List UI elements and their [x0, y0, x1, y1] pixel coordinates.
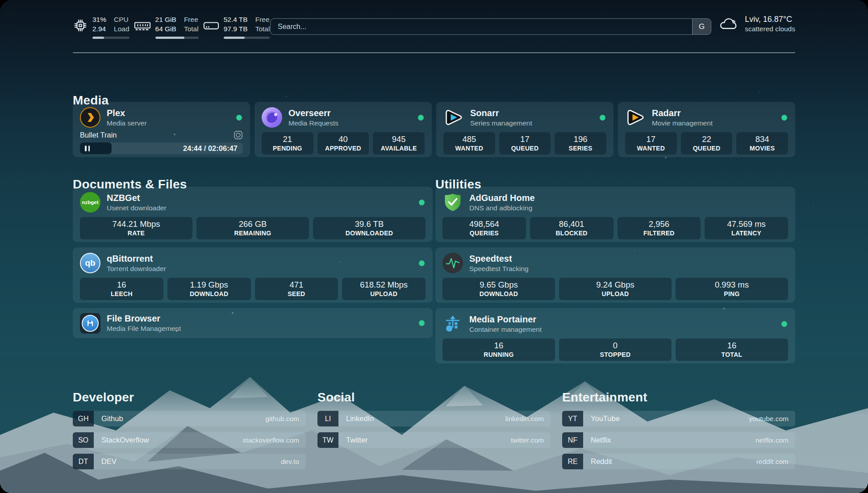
service-card-sonarr[interactable]: Sonarr Series management 485WANTED 17QUE…: [436, 102, 613, 157]
playback-progress[interactable]: 24:44 / 02:06:47: [80, 142, 243, 154]
stat-value: 16: [677, 341, 786, 351]
bookmark-row-netflix[interactable]: NF Netflix netflix.com: [562, 432, 795, 448]
bookmark-abbr: LI: [317, 411, 338, 426]
bookmark-name: LinkedIn: [338, 411, 505, 426]
bookmark-abbr: SO: [73, 432, 94, 448]
stat-value: 39.6 TB: [315, 219, 424, 229]
search-bar: G: [270, 18, 711, 35]
bookmark-row-github[interactable]: GH Github github.com: [73, 411, 306, 426]
bookmark-group-developer: Developer GH Github github.com SO StackO…: [73, 390, 306, 475]
disk-progress: [224, 37, 270, 39]
service-card-adguard[interactable]: AdGuard Home DNS and adblocking 498,564Q…: [435, 187, 795, 242]
documents-column: nzbget NZBGet Usenet downloader 744.21 M…: [73, 187, 433, 343]
service-subtitle: Movie management: [652, 119, 775, 127]
bookmark-domain: linkedin.com: [505, 411, 551, 426]
bookmark-row-youtube[interactable]: YT YouTube youtube.com: [562, 411, 795, 426]
stat-block: 485WANTED: [443, 132, 495, 155]
status-dot: [600, 115, 605, 121]
stat-block: 16LEECH: [80, 278, 163, 300]
bookmark-row-dev[interactable]: DT DEV dev.to: [73, 454, 306, 469]
service-title: AdGuard Home: [469, 193, 788, 203]
adguard-icon: [442, 192, 463, 213]
stat-label: PENDING: [263, 145, 312, 152]
stat-value: 485: [445, 134, 493, 144]
stat-block: 86,401BLOCKED: [530, 217, 613, 239]
service-card-filebrowser[interactable]: File Browser Media File Management: [73, 308, 433, 338]
stat-block: 39.6 TBDOWNLOADED: [313, 217, 426, 239]
stat-value: 0.993 ms: [677, 280, 786, 290]
bookmark-row-stackoverflow[interactable]: SO StackOverflow stackoverflow.com: [73, 432, 306, 448]
stat-value: 47.569 ms: [706, 219, 786, 229]
bookmark-name: Netflix: [583, 432, 755, 448]
service-card-speedtest[interactable]: Speedtest Speedtest Tracking 9.65 GbpsDO…: [435, 247, 795, 303]
stat-block: 471SEED: [255, 278, 338, 300]
bookmark-abbr: YT: [562, 411, 583, 426]
plex-now-playing: Bullet Train 24:44 / 02:06:47: [80, 130, 243, 154]
search-engine-button[interactable]: G: [692, 19, 711, 34]
stat-block: 498,564QUERIES: [442, 217, 526, 239]
bookmark-domain: twitter.com: [511, 432, 551, 448]
service-card-portainer[interactable]: Media Portainer Container management 16R…: [435, 308, 795, 363]
service-card-qbittorrent[interactable]: qb qBittorrent Torrent downloader 16LEEC…: [73, 247, 433, 303]
stat-block: 1.19 GbpsDOWNLOAD: [167, 278, 251, 300]
stat-label: UPLOAD: [561, 290, 670, 297]
disk-free-label: Free: [255, 15, 270, 25]
bookmark-row-reddit[interactable]: RE Reddit reddit.com: [562, 454, 795, 469]
stat-block: 22QUEUED: [681, 132, 733, 155]
service-title: qBittorrent: [107, 254, 413, 264]
status-dot: [781, 321, 787, 327]
stat-block: 21PENDING: [262, 132, 313, 155]
service-subtitle: Media server: [107, 119, 230, 127]
speedtest-icon: [442, 253, 463, 273]
stat-value: 16: [444, 341, 553, 351]
stat-label: REMAINING: [198, 230, 307, 237]
bookmark-domain: reddit.com: [756, 454, 795, 469]
now-playing-icon[interactable]: [234, 130, 243, 140]
bookmark-name: StackOverflow: [94, 432, 242, 448]
stat-label: QUEUED: [501, 145, 549, 152]
topbar-divider: [73, 52, 795, 53]
stat-label: LATENCY: [706, 230, 786, 237]
cpu-usage-label: CPU: [114, 15, 129, 25]
status-dot: [419, 320, 425, 326]
service-subtitle: Speedtest Tracking: [469, 265, 788, 273]
cpu-widget: 31% 2.94 CPU Load: [73, 15, 129, 39]
bookmark-name: DEV: [94, 454, 281, 469]
stat-label: MOVIES: [738, 145, 786, 152]
memory-total-label: Total: [184, 25, 199, 34]
service-subtitle: Container management: [469, 326, 775, 334]
bookmark-domain: youtube.com: [749, 411, 795, 426]
stat-label: DOWNLOAD: [444, 290, 553, 297]
top-bar: 31% 2.94 CPU Load: [73, 0, 795, 53]
service-card-radarr[interactable]: Radarr Movie management 17WANTED 22QUEUE…: [618, 102, 795, 157]
stat-block: 834MOVIES: [736, 132, 788, 155]
bookmark-row-twitter[interactable]: TW Twitter twitter.com: [317, 432, 551, 448]
stat-label: STOPPED: [561, 351, 670, 358]
stat-label: PING: [677, 290, 786, 297]
service-title: File Browser: [107, 313, 413, 324]
stat-value: 744.21 Mbps: [82, 219, 191, 229]
stat-value: 196: [556, 134, 605, 144]
bookmark-abbr: DT: [73, 454, 94, 469]
stat-block: 266 GBREMAINING: [196, 217, 309, 239]
stat-label: BLOCKED: [532, 230, 612, 237]
service-card-nzbget[interactable]: nzbget NZBGet Usenet downloader 744.21 M…: [73, 187, 433, 242]
memory-progress: [155, 37, 199, 39]
disk-total-value: 97.9 TB: [224, 25, 248, 34]
stat-value: 834: [738, 134, 786, 144]
stat-value: 1.19 Gbps: [169, 280, 249, 290]
service-subtitle: Series management: [470, 119, 593, 127]
stat-block: 9.65 GbpsDOWNLOAD: [442, 278, 555, 300]
stat-block: 16TOTAL: [676, 338, 788, 361]
bookmark-row-linkedin[interactable]: LI LinkedIn linkedin.com: [317, 411, 551, 426]
service-card-overseerr[interactable]: Overseerr Media Requests 21PENDING 40APP…: [255, 102, 432, 157]
bookmark-domain: stackoverflow.com: [242, 432, 306, 448]
sonarr-icon: [443, 107, 464, 128]
pause-button[interactable]: [85, 146, 90, 151]
service-card-plex[interactable]: Plex Media server Bullet Train: [73, 102, 250, 157]
disk-icon: [203, 19, 219, 33]
stat-block: 2,956FILTERED: [618, 217, 701, 239]
stat-value: 22: [683, 134, 731, 144]
stat-value: 40: [319, 134, 367, 144]
search-input[interactable]: [271, 19, 692, 34]
